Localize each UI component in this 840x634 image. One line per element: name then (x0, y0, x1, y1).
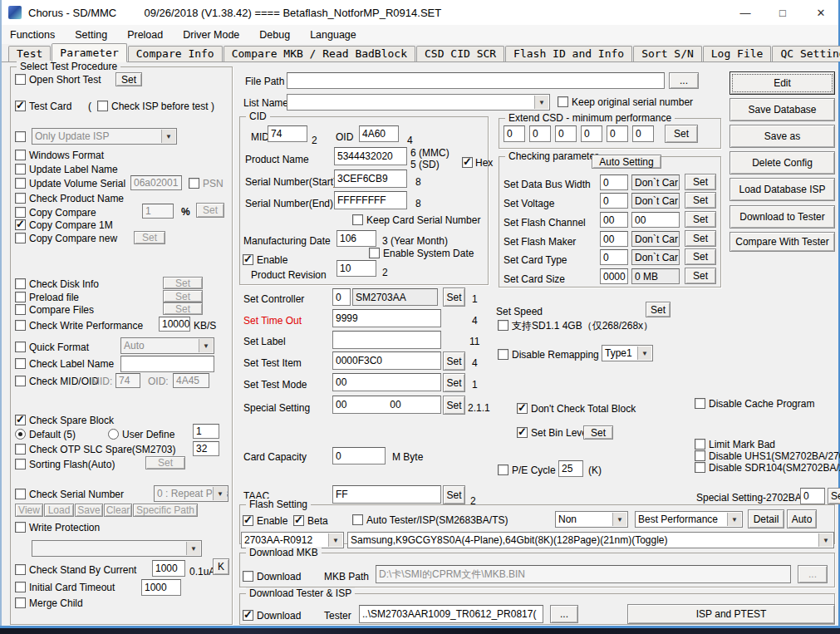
flash-channel-set-button[interactable]: Set (685, 211, 716, 228)
check-label-name-checkbox[interactable] (15, 358, 26, 369)
menu-debug[interactable]: Debug (259, 29, 290, 41)
check-write-performance-checkbox[interactable] (15, 320, 26, 331)
tab-test[interactable]: Test (8, 46, 51, 61)
cid-oid-field[interactable]: 4A60 (359, 125, 399, 142)
pe-cycle-field[interactable]: 25 (558, 460, 583, 477)
load-database-isp-button[interactable]: Load Database ISP (729, 178, 835, 201)
serial-specific-path-button[interactable]: Specific Path (133, 504, 198, 517)
check-disk-info-set-button[interactable]: Set (163, 277, 203, 289)
copy-compare-percent-field[interactable]: 1 (142, 204, 174, 219)
voltage-set-button[interactable]: Set (685, 192, 716, 209)
dropdown-arrow-icon[interactable]: ▼ (612, 513, 626, 526)
flash-maker-set-button[interactable]: Set (685, 230, 716, 247)
pe-cycle-checkbox[interactable] (498, 464, 508, 475)
menu-preload[interactable]: Preload (127, 29, 163, 41)
tab-flash-id[interactable]: Flash ID and Info (505, 46, 632, 61)
save-database-button[interactable]: Save Database (729, 98, 835, 121)
csd-field-1[interactable]: 0 (504, 125, 525, 142)
download-to-tester-button[interactable]: Download to Tester (729, 205, 835, 229)
dropdown-arrow-icon[interactable]: ▼ (213, 487, 227, 500)
list-name-dropdown[interactable]: ▼ (287, 94, 550, 111)
copy-compare-1m-checkbox[interactable] (15, 219, 26, 230)
menu-setting[interactable]: Setting (75, 29, 107, 41)
update-label-name-checkbox[interactable] (15, 164, 26, 174)
card-capacity-field[interactable]: 0 (332, 447, 386, 464)
tab-compare-info[interactable]: Compare Info (128, 46, 223, 61)
update-volume-serial-checkbox[interactable] (15, 178, 26, 189)
set-test-item-button[interactable]: Set (443, 351, 465, 371)
check-isp-before-test-checkbox[interactable] (97, 101, 108, 111)
dropdown-arrow-icon[interactable]: ▼ (161, 130, 175, 143)
detail-button[interactable]: Detail (748, 509, 784, 528)
tab-qc-setting[interactable]: QC Setting (772, 46, 840, 61)
remap-type-dropdown[interactable]: Type1 ▼ (602, 345, 653, 361)
oid-field[interactable]: 4A45 (173, 373, 209, 388)
write-performance-field[interactable]: 10000 (159, 317, 190, 332)
keep-original-serial-checkbox[interactable] (558, 96, 568, 107)
flash-beta-checkbox[interactable] (293, 515, 304, 526)
delete-config-button[interactable]: Delete Config (729, 151, 835, 174)
copy-compare-new-checkbox[interactable] (15, 233, 26, 243)
set-bin-level-set-button[interactable]: Set (583, 425, 613, 440)
close-icon[interactable]: ✕ (803, 0, 839, 25)
card-type-set-button[interactable]: Set (685, 248, 716, 265)
copy-compare-set-button[interactable]: Set (196, 203, 224, 218)
keep-card-serial-checkbox[interactable] (352, 214, 363, 225)
taac-set-button[interactable]: Set (443, 485, 465, 504)
cid-enable-checkbox[interactable] (243, 254, 253, 265)
tab-compare-mkb[interactable]: Compare MKB / Read BadBlock (224, 46, 415, 61)
auto-tester-isp-checkbox[interactable] (352, 514, 363, 525)
volume-serial-field[interactable]: 06a02001 (130, 175, 182, 190)
check-otp-checkbox[interactable] (15, 444, 26, 455)
check-mid-oid-checkbox[interactable] (15, 376, 26, 386)
serial-mode-dropdown[interactable]: 0 : Repeat Pass ▼ (154, 485, 228, 502)
mkb-path-field[interactable]: D:\卡\SMI的CPRM文件\MKB.BIN (376, 565, 791, 583)
only-update-isp-checkbox[interactable] (15, 131, 26, 142)
set-label-field[interactable] (332, 331, 441, 349)
tester-path-field[interactable]: ..\SM2703AAR1009_TR0612_PR0817( (359, 605, 543, 623)
flash-name-dropdown[interactable]: Samsung,K9GCGY8S0A(4-Plane),64Gbit(8K)(1… (347, 532, 834, 548)
csd-field-2[interactable]: 0 (529, 125, 551, 142)
sd11-4gb-checkbox[interactable] (498, 320, 508, 331)
serial-start-field[interactable]: 3CEF6CB9 (334, 170, 407, 188)
maximize-icon[interactable]: □ (764, 0, 801, 25)
otp-spare-field[interactable]: 32 (193, 441, 219, 456)
taac-field[interactable]: FF (332, 485, 441, 504)
default5-radio[interactable] (15, 429, 26, 440)
file-path-browse-button[interactable]: ... (669, 72, 699, 89)
edit-button[interactable]: Edit (729, 71, 835, 95)
set-speed-button[interactable]: Set (646, 302, 671, 317)
copy-compare-checkbox[interactable] (15, 207, 26, 218)
standby-k-button[interactable]: K (213, 558, 229, 575)
check-label-name-field[interactable] (120, 356, 214, 372)
disable-uhs1-checkbox[interactable] (695, 450, 705, 461)
check-product-name-checkbox[interactable] (15, 193, 26, 204)
initial-card-timeout-field[interactable]: 1000 (141, 579, 181, 596)
tester-download-checkbox[interactable] (243, 610, 253, 621)
sorting-flash-checkbox[interactable] (15, 459, 26, 469)
minimize-icon[interactable]: — (727, 0, 764, 25)
test-item-field[interactable]: 0000F3C0 (332, 351, 441, 370)
dropdown-arrow-icon[interactable]: ▼ (534, 96, 548, 109)
tab-parameter[interactable]: Parameter (52, 43, 126, 62)
serial-end-field[interactable]: FFFFFFFF (334, 191, 407, 209)
dropdown-arrow-icon[interactable]: ▼ (637, 346, 651, 360)
write-protection-checkbox[interactable] (15, 522, 26, 533)
cid-mid-field[interactable]: 74 (268, 125, 307, 142)
dont-check-total-block-checkbox[interactable] (517, 403, 528, 414)
set-bin-level-checkbox[interactable] (517, 427, 528, 438)
tab-sort-sn[interactable]: Sort S/N (633, 46, 702, 61)
check-standby-current-checkbox[interactable] (15, 564, 26, 575)
data-bus-width-field[interactable]: 0 (600, 174, 628, 190)
copy-compare-new-set-button[interactable]: Set (134, 231, 165, 244)
dropdown-arrow-icon[interactable]: ▼ (328, 533, 342, 547)
dropdown-arrow-icon[interactable]: ▼ (186, 542, 200, 555)
user-define-field[interactable]: 1 (193, 424, 219, 439)
serial-load-button[interactable]: Load (44, 504, 74, 517)
card-type-field[interactable]: 0 (600, 249, 628, 265)
standby-current-field[interactable]: 1000 (152, 560, 185, 577)
menu-driver-mode[interactable]: Driver Mode (183, 29, 239, 41)
flash-enable-checkbox[interactable] (243, 515, 253, 526)
set-test-mode-button[interactable]: Set (443, 373, 465, 392)
time-out-field[interactable]: 9999 (332, 309, 441, 327)
